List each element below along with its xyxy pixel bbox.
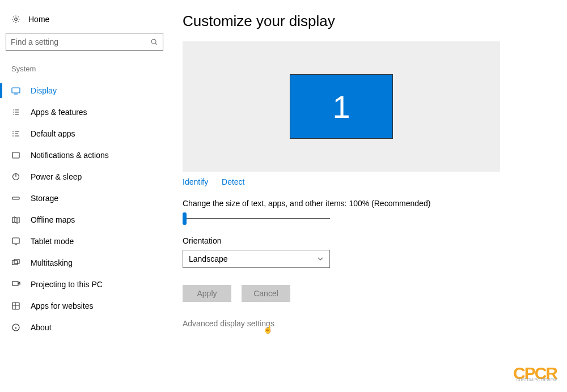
detect-link[interactable]: Detect xyxy=(222,177,244,186)
sidebar-item-storage[interactable]: Storage xyxy=(6,188,170,209)
orientation-select[interactable]: Landscape xyxy=(183,250,330,268)
slider-track xyxy=(183,218,330,219)
page-title: Customize your display xyxy=(183,12,550,30)
scale-slider[interactable] xyxy=(183,214,330,224)
main-content: Customize your display 1 Identify Detect… xyxy=(170,0,567,392)
section-label: System xyxy=(6,57,170,80)
sidebar: Home System Display Apps & f xyxy=(0,0,170,392)
svg-rect-2 xyxy=(12,88,20,93)
gear-icon xyxy=(11,15,20,24)
search-icon xyxy=(150,38,158,46)
sidebar-item-label: Power & sleep xyxy=(31,172,82,181)
svg-point-1 xyxy=(151,39,156,44)
sidebar-item-apps-features[interactable]: Apps & features xyxy=(6,101,170,123)
search-box[interactable] xyxy=(6,33,163,51)
sidebar-item-label: Apps & features xyxy=(31,108,87,117)
sidebar-item-label: Default apps xyxy=(31,129,75,138)
sidebar-item-apps-websites[interactable]: Apps for websites xyxy=(6,295,170,317)
monitor-1[interactable]: 1 xyxy=(290,74,393,139)
home-label: Home xyxy=(28,15,49,24)
sidebar-item-label: About xyxy=(31,323,52,332)
sidebar-item-label: Notifications & actions xyxy=(31,151,109,160)
map-icon xyxy=(11,215,20,224)
svg-rect-3 xyxy=(12,152,19,158)
sidebar-item-projecting[interactable]: Projecting to this PC xyxy=(6,274,170,295)
chevron-down-icon xyxy=(317,255,324,262)
info-icon xyxy=(11,323,20,332)
sidebar-item-offline-maps[interactable]: Offline maps xyxy=(6,209,170,231)
home-button[interactable]: Home xyxy=(6,11,170,27)
advanced-display-label: Advanced display settings xyxy=(183,319,274,328)
sidebar-item-tablet-mode[interactable]: Tablet mode xyxy=(6,231,170,252)
watermark-sub: CUSTOM PC REVIEW xyxy=(513,379,557,382)
svg-rect-9 xyxy=(12,282,18,286)
sidebar-item-power-sleep[interactable]: Power & sleep xyxy=(6,166,170,188)
watermark: CPCR CUSTOM PC REVIEW xyxy=(513,367,557,382)
sidebar-item-label: Projecting to this PC xyxy=(31,280,103,289)
svg-rect-7 xyxy=(12,261,18,265)
tablet-icon xyxy=(11,237,20,246)
sidebar-item-label: Tablet mode xyxy=(31,237,74,246)
display-preview[interactable]: 1 xyxy=(183,41,500,172)
storage-icon xyxy=(11,194,20,203)
svg-rect-5 xyxy=(12,197,19,199)
search-input[interactable] xyxy=(11,37,150,46)
notifications-icon xyxy=(11,151,20,160)
identify-link[interactable]: Identify xyxy=(183,177,208,186)
preview-actions: Identify Detect xyxy=(183,177,550,186)
sidebar-item-multitasking[interactable]: Multitasking xyxy=(6,252,170,274)
sidebar-item-label: Storage xyxy=(31,194,58,203)
monitor-number: 1 xyxy=(332,88,350,125)
default-apps-icon xyxy=(11,129,20,138)
sidebar-item-default-apps[interactable]: Default apps xyxy=(6,123,170,144)
apps-websites-icon xyxy=(11,301,20,310)
sidebar-item-label: Apps for websites xyxy=(31,301,94,310)
scale-label: Change the size of text, apps, and other… xyxy=(183,199,550,208)
sidebar-item-label: Multitasking xyxy=(31,258,73,267)
svg-rect-8 xyxy=(14,259,19,263)
apply-button[interactable]: Apply xyxy=(183,285,231,302)
multitasking-icon xyxy=(11,258,20,267)
sidebar-item-display[interactable]: Display xyxy=(6,80,170,101)
orientation-label: Orientation xyxy=(183,236,550,245)
svg-point-0 xyxy=(15,18,18,21)
list-icon xyxy=(11,108,20,117)
sidebar-item-notifications[interactable]: Notifications & actions xyxy=(6,144,170,166)
action-buttons: Apply Cancel xyxy=(183,285,550,302)
orientation-value: Landscape xyxy=(189,254,228,263)
svg-rect-6 xyxy=(12,238,19,244)
search-wrap xyxy=(6,27,170,57)
power-icon xyxy=(11,172,20,181)
svg-rect-10 xyxy=(12,302,19,309)
advanced-display-link[interactable]: Advanced display settings ☝ xyxy=(183,319,550,328)
slider-thumb[interactable] xyxy=(183,212,187,225)
sidebar-item-label: Display xyxy=(31,86,57,95)
sidebar-item-label: Offline maps xyxy=(31,215,75,224)
projecting-icon xyxy=(11,280,20,289)
display-icon xyxy=(11,86,20,95)
cancel-button[interactable]: Cancel xyxy=(242,285,290,302)
sidebar-item-about[interactable]: About xyxy=(6,317,170,338)
